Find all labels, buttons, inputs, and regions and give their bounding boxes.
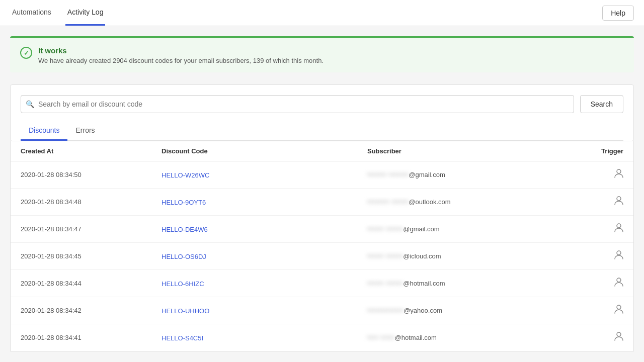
svg-point-3 [617, 251, 621, 255]
discount-code-link[interactable]: HELLO-6HIZC [162, 280, 204, 288]
discount-code-link[interactable]: HELLO-9OYT6 [162, 199, 206, 206]
table-row: 2020-01-28 08:34:45HELLO-OS6DJ•••••• •••… [11, 243, 633, 270]
svg-point-2 [617, 224, 621, 228]
table-header: Created At Discount Code Subscriber Trig… [11, 141, 633, 161]
main-content: ✓ It works We have already created 2904 … [0, 26, 644, 361]
cell-created-at: 2020-01-28 08:34:41 [21, 334, 162, 341]
cell-subscriber: •••••• ••••••@gmail.com [367, 225, 573, 233]
cell-subscriber: •••••• ••••••@hotmail.com [367, 280, 573, 287]
cell-subscriber: •••••••••••••@yahoo.com [367, 307, 573, 314]
cell-subscriber: •••• •••••@hotmail.com [367, 334, 573, 341]
banner-text: It works We have already created 2904 di… [38, 46, 324, 64]
col-discount-code: Discount Code [162, 147, 367, 155]
table-row: 2020-01-28 08:34:42HELLO-UHHOO••••••••••… [11, 297, 633, 324]
discount-code-link[interactable]: HELLO-DE4W6 [162, 226, 208, 233]
search-icon: 🔍 [26, 100, 34, 108]
col-created-at: Created At [21, 147, 162, 155]
cell-discount-code[interactable]: HELLO-OS6DJ [162, 252, 367, 260]
cell-trigger [573, 277, 623, 290]
cell-created-at: 2020-01-28 08:34:48 [21, 198, 162, 206]
cell-created-at: 2020-01-28 08:34:44 [21, 280, 162, 287]
cell-discount-code[interactable]: HELLO-DE4W6 [162, 225, 367, 233]
discount-code-link[interactable]: HELLO-OS6DJ [162, 253, 206, 260]
discount-code-link[interactable]: HELLO-S4C5I [162, 334, 203, 342]
cell-trigger [573, 250, 623, 262]
cell-subscriber: •••••• ••••••@icloud.com [367, 252, 573, 260]
search-input-wrap: 🔍 [21, 95, 574, 113]
person-icon [614, 304, 623, 317]
cell-discount-code[interactable]: HELLO-9OYT6 [162, 198, 367, 206]
svg-point-6 [617, 332, 621, 336]
cell-subscriber: •••••••• ••••••@outlook.com [367, 198, 573, 206]
tab-errors[interactable]: Errors [67, 121, 103, 141]
banner-title: It works [38, 46, 324, 55]
table-row: 2020-01-28 08:34:50HELLO-W26WC••••••• ••… [11, 161, 633, 189]
search-input[interactable] [21, 95, 574, 113]
cell-discount-code[interactable]: HELLO-6HIZC [162, 280, 367, 288]
top-nav: Automations Activity Log Help [0, 0, 644, 26]
cell-trigger [573, 196, 623, 208]
search-row: 🔍 Search [21, 95, 623, 113]
person-icon [614, 223, 623, 235]
cell-subscriber: ••••••• •••••••@gmail.com [367, 171, 573, 178]
cell-trigger [573, 223, 623, 235]
discount-code-link[interactable]: HELLO-W26WC [162, 171, 209, 179]
table-row: 2020-01-28 08:34:41HELLO-S4C5I•••• •••••… [11, 324, 633, 351]
table-row: 2020-01-28 08:34:44HELLO-6HIZC•••••• •••… [11, 270, 633, 297]
col-subscriber: Subscriber [367, 147, 573, 155]
table-section: Created At Discount Code Subscriber Trig… [10, 141, 634, 351]
table-row: 2020-01-28 08:34:47HELLO-DE4W6•••••• •••… [11, 216, 633, 243]
svg-point-0 [617, 169, 621, 173]
success-icon: ✓ [20, 47, 32, 59]
svg-point-1 [617, 197, 621, 201]
cell-discount-code[interactable]: HELLO-W26WC [162, 171, 367, 179]
cell-trigger [573, 304, 623, 317]
svg-point-5 [617, 305, 621, 309]
search-section: 🔍 Search Discounts Errors [10, 84, 634, 141]
cell-trigger [573, 331, 623, 344]
tab-activity-log[interactable]: Activity Log [65, 0, 106, 26]
cell-trigger [573, 168, 623, 181]
person-icon [614, 250, 623, 262]
tab-discounts[interactable]: Discounts [21, 121, 67, 141]
cell-created-at: 2020-01-28 08:34:50 [21, 171, 162, 178]
person-icon [614, 331, 623, 344]
banner-description: We have already created 2904 discount co… [38, 57, 324, 64]
nav-tabs: Automations Activity Log [10, 0, 105, 26]
cell-created-at: 2020-01-28 08:34:45 [21, 252, 162, 260]
discount-code-link[interactable]: HELLO-UHHOO [162, 307, 209, 315]
cell-created-at: 2020-01-28 08:34:42 [21, 307, 162, 314]
col-trigger: Trigger [573, 147, 623, 155]
sub-tabs: Discounts Errors [21, 121, 623, 141]
tab-automations[interactable]: Automations [10, 0, 53, 26]
help-button[interactable]: Help [602, 6, 634, 21]
cell-discount-code[interactable]: HELLO-S4C5I [162, 334, 367, 342]
search-button[interactable]: Search [580, 95, 623, 113]
svg-point-4 [617, 278, 621, 282]
person-icon [614, 196, 623, 208]
table-body: 2020-01-28 08:34:50HELLO-W26WC••••••• ••… [11, 161, 633, 351]
person-icon [614, 168, 623, 181]
success-banner: ✓ It works We have already created 2904 … [10, 36, 634, 72]
table-row: 2020-01-28 08:34:48HELLO-9OYT6•••••••• •… [11, 189, 633, 216]
cell-discount-code[interactable]: HELLO-UHHOO [162, 307, 367, 315]
cell-created-at: 2020-01-28 08:34:47 [21, 225, 162, 233]
person-icon [614, 277, 623, 290]
